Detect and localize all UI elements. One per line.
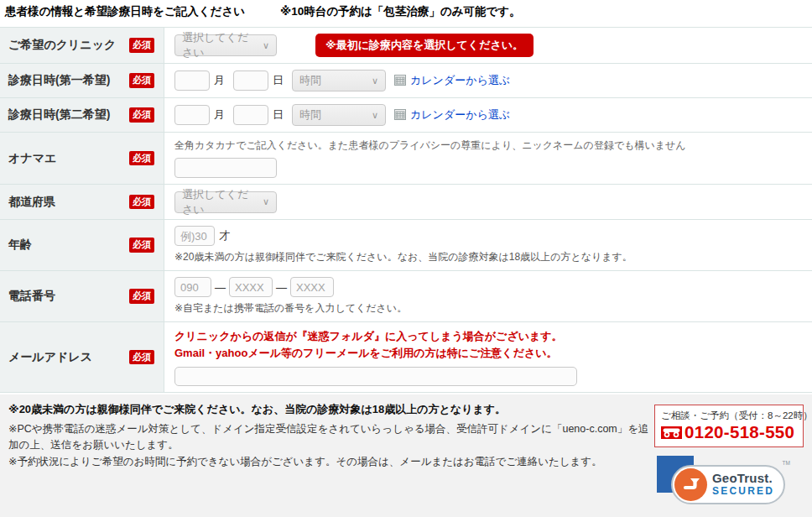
geotrust-brand-text: GeoTrust. [712, 472, 774, 486]
phone-separator: — [276, 281, 287, 294]
age-note: ※20歳未満の方は親御様同伴でご来院ください。なお、当院の診療対象は18歳以上の… [174, 250, 632, 264]
row-prefecture: 都道府県 必須 選択してください ∨ [0, 185, 812, 220]
required-badge: 必須 [129, 107, 154, 122]
date-first-label-cell: 診療日時(第一希望) 必須 [0, 64, 164, 97]
name-description: 全角カタカナでご記入ください。また患者様のプライバシーの尊重により、ニックネーム… [174, 138, 686, 153]
page-title: 患者様の情報と希望診療日時をご記入ください [5, 5, 245, 18]
page-header: 患者様の情報と希望診療日時をご記入ください※10時台の予約は「包茎治療」のみ可能… [0, 0, 812, 27]
required-badge: 必須 [129, 151, 154, 165]
email-input[interactable] [174, 367, 577, 386]
reservation-form-table: ご希望のクリニック 必須 選択してください ∨ ※最初に診療内容を選択してくださ… [0, 27, 812, 393]
email-label-cell: メールアドレス 必須 [0, 322, 164, 392]
required-badge: 必須 [129, 238, 154, 252]
phone-part1-input[interactable] [174, 277, 211, 297]
row-email: メールアドレス 必須 クリニックからの返信が『迷惑フォルダ』に入ってしまう場合が… [0, 322, 812, 393]
required-badge: 必須 [129, 73, 154, 87]
calendar-icon [394, 109, 407, 121]
date1-month-input[interactable] [174, 70, 210, 91]
row-name: オナマエ 必須 全角カタカナでご記入ください。また患者様のプライバシーの尊重によ… [0, 133, 812, 185]
date1-day-input[interactable] [233, 70, 268, 91]
footer-notes: ※20歳未満の方は親御様同伴でご来院ください。なお、当院の診療対象は18歳以上の… [8, 402, 656, 470]
chevron-down-icon: ∨ [263, 196, 269, 207]
contact-title: ご相談・ご予約（受付：8～22時） [661, 410, 797, 422]
name-label-cell: オナマエ 必須 [0, 133, 164, 184]
date2-time-select[interactable]: 時間 ∨ [292, 104, 386, 126]
phone-label: 電話番号 [8, 289, 55, 304]
calendar-icon [394, 75, 407, 86]
trademark-symbol: TM [783, 460, 790, 466]
email-value-cell: クリニックからの返信が『迷惑フォルダ』に入ってしまう場合がございます。 Gmai… [164, 322, 812, 392]
clinic-value-cell: 選択してください ∨ ※最初に診療内容を選択してください。 [164, 28, 812, 63]
calendar-link-label: カレンダーから選ぶ [410, 73, 510, 88]
age-input[interactable] [174, 226, 215, 246]
phone-label-cell: 電話番号 必須 [0, 271, 164, 321]
date2-day-input[interactable] [233, 105, 268, 125]
phone-value-cell: — — ※自宅または携帯電話の番号を入力してください。 [164, 271, 812, 321]
chevron-down-icon: ∨ [263, 40, 269, 51]
date1-time-select[interactable]: 時間 ∨ [292, 70, 386, 91]
geotrust-seal-badge[interactable]: GeoTrust. SECURED TM [671, 465, 785, 504]
phone-note: ※自宅または携帯電話の番号を入力してください。 [174, 301, 407, 316]
clinic-select-value: 選択してください [182, 30, 256, 60]
prefecture-select-value: 選択してください [182, 187, 256, 217]
contact-phone-box: ご相談・ご予約（受付：8～22時） 0120-518-550 [654, 405, 804, 447]
day-suffix: 日 [273, 73, 284, 88]
age-value-cell: 才 ※20歳未満の方は親御様同伴でご来院ください。なお、当院の診療対象は18歳以… [164, 220, 812, 270]
phone-part2-input[interactable] [229, 277, 273, 297]
powered-by-line: powered bydigicert’ [654, 514, 804, 517]
geotrust-arrow-icon [682, 475, 700, 494]
date-first-label: 診療日時(第一希望) [8, 73, 110, 88]
geotrust-secured-text: SECURED [712, 486, 774, 497]
prefecture-value-cell: 選択してください ∨ [164, 185, 812, 219]
month-suffix: 月 [214, 107, 225, 123]
prefecture-label: 都道府県 [8, 195, 55, 210]
row-date-second: 診療日時(第二希望) 必須 月 日 時間 ∨ カレン [0, 98, 812, 133]
required-badge: 必須 [129, 289, 154, 303]
chevron-down-icon: ∨ [372, 76, 378, 86]
date-second-label: 診療日時(第二希望) [8, 107, 110, 123]
date-first-value-cell: 月 日 時間 ∨ カレンダーから選ぶ [164, 64, 812, 97]
prefecture-select[interactable]: 選択してください ∨ [174, 191, 277, 213]
name-label: オナマエ [8, 151, 56, 166]
prefecture-label-cell: 都道府県 必須 [0, 185, 164, 219]
digicert-brand-text: digicert’ [734, 514, 777, 517]
email-label: メールアドレス [8, 350, 92, 365]
geotrust-seal: GeoTrust. SECURED TM [654, 456, 804, 508]
age-label-cell: 年齢 必須 [0, 220, 164, 270]
row-clinic: ご希望のクリニック 必須 選択してください ∨ ※最初に診療内容を選択してくださ… [0, 28, 812, 64]
header-note: ※10時台の予約は「包茎治療」のみ可能です。 [280, 5, 521, 18]
month-suffix: 月 [214, 73, 225, 88]
clinic-select[interactable]: 選択してください ∨ [174, 34, 277, 56]
email-warning-line2: Gmail・yahooメール等のフリーメールをご利用の方は特にご注意ください。 [174, 345, 558, 362]
footer-note-domain: ※PCや携帯電話の迷惑メール対策として、ドメイン指定受信設定をされていらっしゃる… [8, 421, 656, 454]
row-age: 年齢 必須 才 ※20歳未満の方は親御様同伴でご来院ください。なお、当院の診療対… [0, 220, 812, 271]
seal-text: GeoTrust. SECURED [712, 472, 774, 497]
date1-time-value: 時間 [299, 73, 321, 88]
required-badge: 必須 [129, 350, 154, 364]
clinic-label: ご希望のクリニック [8, 38, 116, 53]
geotrust-logo-circle [674, 468, 707, 501]
calendar-link-label: カレンダーから選ぶ [410, 107, 510, 123]
day-suffix: 日 [273, 107, 284, 123]
reservation-form-page: 患者様の情報と希望診療日時をご記入ください※10時台の予約は「包茎治療」のみ可能… [0, 0, 812, 517]
date2-calendar-link[interactable]: カレンダーから選ぶ [394, 107, 510, 123]
required-badge: 必須 [129, 195, 154, 209]
name-input[interactable] [174, 158, 277, 178]
clinic-label-cell: ご希望のクリニック 必須 [0, 28, 164, 63]
date2-time-value: 時間 [299, 107, 321, 123]
date1-calendar-link[interactable]: カレンダーから選ぶ [394, 73, 510, 88]
age-label: 年齢 [8, 238, 32, 253]
footer-section: ※20歳未満の方は親御様同伴でご来院ください。なお、当院の診療対象は18歳以上の… [0, 394, 812, 517]
name-value-cell: 全角カタカナでご記入ください。また患者様のプライバシーの尊重により、ニックネーム… [164, 133, 812, 184]
date2-month-input[interactable] [174, 105, 210, 125]
date-second-value-cell: 月 日 時間 ∨ カレンダーから選ぶ [164, 98, 812, 132]
email-warning-line1: クリニックからの返信が『迷惑フォルダ』に入ってしまう場合がございます。 [174, 328, 563, 345]
chevron-down-icon: ∨ [372, 110, 378, 121]
row-date-first: 診療日時(第一希望) 必須 月 日 時間 ∨ カレン [0, 64, 812, 98]
footer-note-schedule: ※予約状況によりご希望のお時間に予約できない場合がございます。その場合は、メール… [8, 454, 656, 470]
contact-phone-number: 0120-518-550 [684, 424, 794, 441]
phone-part3-input[interactable] [290, 277, 334, 297]
footer-note-bold: ※20歳未満の方は親御様同伴でご来院ください。なお、当院の診療対象は18歳以上の… [8, 402, 656, 417]
clinic-alert-banner: ※最初に診療内容を選択してください。 [315, 34, 534, 57]
phone-separator: — [215, 281, 226, 294]
